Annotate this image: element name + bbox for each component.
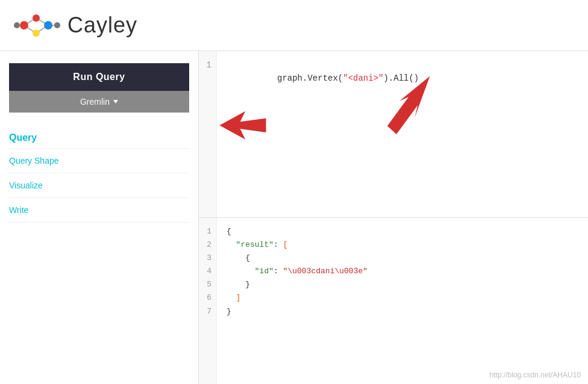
sidebar-item-visualize[interactable]: Visualize [9, 173, 189, 198]
result-code: { "result": [ { "id": "\u003cdani\u003e"… [217, 218, 588, 384]
sidebar-item-write[interactable]: Write [9, 198, 189, 223]
chevron-down-icon [113, 100, 118, 104]
query-editor: 1 graph.Vertex("<dani>").All() [199, 51, 588, 218]
result-line-6: ] [227, 293, 240, 302]
result-line-4: "id": "\u003cdani\u003e" [227, 267, 367, 276]
result-line-numbers: 1234567 [199, 218, 217, 384]
result-line-5: } [227, 280, 250, 289]
result-line-7: } [227, 307, 231, 316]
sidebar-item-query-shape[interactable]: Query Shape [9, 149, 189, 173]
result-line-3: { [227, 253, 250, 262]
code-param: "<dani>" [343, 73, 383, 83]
query-line-numbers: 1 [199, 51, 217, 217]
svg-point-9 [54, 22, 60, 28]
code-method: ).All() [383, 73, 419, 83]
svg-point-5 [20, 21, 28, 29]
header: Cayley [0, 0, 588, 51]
logo-text: Cayley [67, 13, 137, 38]
code-graph: graph.Vertex( [277, 73, 343, 83]
result-line-1: { [227, 227, 231, 236]
svg-point-10 [14, 22, 20, 28]
logo-area: Cayley [12, 9, 137, 42]
nav-query-label: Query [9, 128, 189, 149]
results-area: 1234567 { "result": [ { "id": "\u003cdan… [199, 218, 588, 384]
result-line-2: "result": [ [227, 240, 287, 249]
gremlin-button[interactable]: Gremlin [9, 91, 189, 113]
svg-point-6 [33, 14, 40, 22]
svg-point-8 [44, 21, 52, 29]
content-area: 1 graph.Vertex("<dani>").All() [199, 51, 588, 384]
sidebar: Run Query Gremlin Query Query Shape Visu… [0, 51, 199, 384]
query-code[interactable]: graph.Vertex("<dani>").All() [217, 51, 588, 217]
gremlin-label: Gremlin [80, 97, 110, 107]
logo-icon [12, 9, 60, 42]
nav-section: Query Query Shape Visualize Write [9, 128, 189, 223]
run-query-button[interactable]: Run Query [9, 63, 189, 91]
svg-point-7 [33, 29, 40, 37]
watermark: http://blog.csdn.net/AHAU10 [490, 371, 581, 379]
main-layout: Run Query Gremlin Query Query Shape Visu… [0, 51, 588, 384]
